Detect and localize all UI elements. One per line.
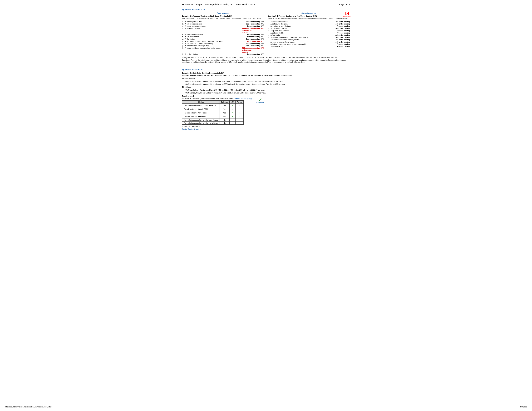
selected-yes: Yes (220, 115, 229, 119)
incorrect-badge: ✕ INCORRECT (342, 12, 352, 17)
x-icon: ✕ (345, 12, 349, 15)
correct-response-header: Correct response (268, 12, 350, 14)
incorrect-label: INCORRECT (343, 15, 352, 17)
list-item: l. A fertilizer factory. Process costing (268, 46, 350, 47)
list-item: e. A plywood manufacturer. Process costi… (182, 34, 264, 36)
correct-check: ✓ (229, 107, 236, 111)
feedback-label: Feedback: (182, 59, 190, 61)
list-item: k. A factory making one personal compute… (182, 47, 264, 53)
partial-grading-link[interactable]: Partial Grading Explained (182, 128, 252, 130)
list-item: a. A custom yacht builder. Job-order cos… (268, 21, 350, 23)
list-item: i. A manufacturer of fine custom jewelry… (182, 43, 264, 45)
col-choice: Choice (182, 101, 220, 104)
your-response-col: Your response Exercise 3-1 Process Costi… (182, 12, 264, 56)
list-item: b. A golf course designer. Job-order cos… (182, 23, 264, 25)
correct-response-col: Correct response Exercise 3-1 Process Co… (268, 12, 350, 56)
table-header-row: Choice Selected ✓/✗ Points (182, 101, 244, 104)
col-selected: Selected (220, 101, 229, 104)
list-item: k. A factory making one personal compute… (268, 43, 350, 45)
table-row: The time ticket for Mary Rosas. Yes ✓ +1 (182, 111, 244, 115)
choice-text: The materials requisition form for Harry… (182, 121, 220, 125)
correct-checkmark-icon: ✓ (258, 97, 262, 102)
list-item: g. A film studio. Job-order costing (268, 34, 350, 36)
list-item: h. A firm that supervises bridge constru… (268, 37, 350, 38)
points-empty (236, 121, 243, 125)
exercise-1-title-correct: Exercise 3-1 Process Costing and Job-Ord… (268, 15, 350, 17)
correct-badge: ✓ CORRECT (256, 97, 264, 104)
points-val: +1 (236, 107, 243, 111)
direct-labor-label: Direct labor: (182, 86, 350, 88)
col-points: Points (236, 101, 243, 104)
exercise-1-intro-yours: Which would be more appropriate in each … (182, 17, 264, 19)
dl2-text: On March 21, Mary Rosas worked from 2:15… (182, 92, 350, 94)
table-row: The job cost sheet for Job ES34. Yes ✓ +… (182, 107, 244, 111)
list-item: h. A firm that supervises bridge constru… (182, 40, 264, 42)
table-row: The materials requisition form for Harry… (182, 121, 244, 125)
correct-check: ✓ (229, 111, 236, 115)
correct-check: ✓ (229, 104, 236, 107)
question-1-columns: Your response Exercise 3-1 Process Costi… (182, 12, 350, 56)
exercise-1-intro-correct: Which would be more appropriate in each … (268, 17, 350, 19)
dm2-text: On March 8, requisition number 873 was i… (182, 83, 350, 85)
choice-text: The time ticket for Mary Rosas. (182, 111, 220, 115)
list-item: j. A made-to-order clothing factory. Job… (182, 45, 264, 47)
question-1-heading: Question 1: Score 0.75/1 (182, 8, 350, 11)
table-row: The materials requisition form for Job E… (182, 104, 244, 107)
direct-materials-label: Direct materials: (182, 77, 350, 79)
list-item: d. A business consultant. Either process… (182, 28, 264, 33)
points-val: +1 (236, 111, 243, 115)
selected-yes: Yes (220, 107, 229, 111)
col-correct-mark: ✓/✗ (229, 101, 236, 104)
your-response-header: Your response (182, 12, 264, 14)
list-item: c. A potato chip manufacturer. Process c… (268, 25, 350, 27)
page-header: Homework Manager 2 - Managerial Accounti… (182, 3, 350, 6)
list-item: g. A film studio. Job-order costing (8%) (182, 38, 264, 40)
total-correct: Total correct answers: 4 (182, 126, 252, 128)
question-1-block: Question 1: Score 0.75/1 Your response E… (182, 8, 350, 63)
list-item: d. A business consultant. Job-order cost… (268, 28, 350, 29)
choice-text: The materials requisition form for Job E… (182, 104, 220, 107)
selected-yes: Yes (220, 104, 229, 107)
points-val: +1 (236, 104, 243, 107)
correct-check: ✓ (229, 115, 236, 119)
no-mark (229, 119, 236, 121)
list-item: e. A plywood manufacturer. Process costi… (268, 30, 350, 32)
list-item: l. A fertilizer factory. Process costing… (182, 53, 264, 55)
dm1-text: On March 5, requisition number 870 was i… (182, 80, 350, 82)
selected-yes: Yes (220, 111, 229, 115)
feedback-block: Feedback: Some of the listed companies m… (182, 59, 350, 63)
choices-table: Choice Selected ✓/✗ Points The materials… (182, 100, 244, 125)
list-item: a. A custom yacht builder. Job-order cos… (182, 21, 264, 23)
question-2-heading: Question 2: Score 1/1 (182, 68, 350, 71)
list-item: j. A made-to-order clothing factory. Job… (268, 41, 350, 43)
choice-text: The time ticket for Harry Kerst. (182, 115, 220, 119)
no-mark (229, 121, 236, 125)
list-item: i. A manufacturer of fine custom jewelry… (268, 39, 350, 41)
list-item: f. A soft-drink bottler. Process costing… (182, 36, 264, 38)
correct-label: CORRECT (256, 102, 264, 104)
table-row: The time ticket for Harry Kerst. Yes ✓ +… (182, 115, 244, 119)
selected-no: No (220, 119, 229, 121)
page-number: Page 1 of 4 (339, 3, 350, 6)
choice-text: The job cost sheet for Job ES34. (182, 107, 220, 111)
exercise-1-title-yours: Exercise 3-1 Process Costing and Job-Ord… (182, 15, 264, 17)
req1-label: Requirement 1: (182, 95, 350, 97)
dl1-text: On March 9, Harry Kerst worked from 9:00… (182, 89, 350, 91)
page-title: Homework Manager 2 - Managerial Accounti… (182, 3, 256, 6)
select-note: On which of the following documents woul… (182, 97, 252, 99)
exercise-2-intro: Mountain Gearing Company has incurred th… (182, 75, 350, 76)
choice-text: The materials requisition form for Mary … (182, 119, 220, 121)
req1-content: On which of the following documents woul… (182, 97, 252, 130)
points-val: +1 (236, 115, 243, 119)
list-item: c. A potato chip manufacturer. Process c… (182, 25, 264, 27)
list-item: b. A golf course designer. Job-order cos… (268, 23, 350, 25)
req1-row: On which of the following documents woul… (182, 97, 350, 130)
feedback-text: Some of the listed companies might use e… (182, 59, 346, 63)
list-item: f. A soft-drink bottler. Process costing (268, 32, 350, 34)
total-grade-line: Total grade: 1.0×1/12 + 1.0×1/12 + 1.0×1… (182, 57, 350, 58)
points-empty (236, 119, 243, 121)
question-2-block: Question 2: Score 1/1 Exercise 3-2 Job-O… (182, 68, 350, 130)
table-row: The materials requisition form for Mary … (182, 119, 244, 121)
selected-no: No (220, 121, 229, 125)
section-divider (182, 66, 350, 66)
